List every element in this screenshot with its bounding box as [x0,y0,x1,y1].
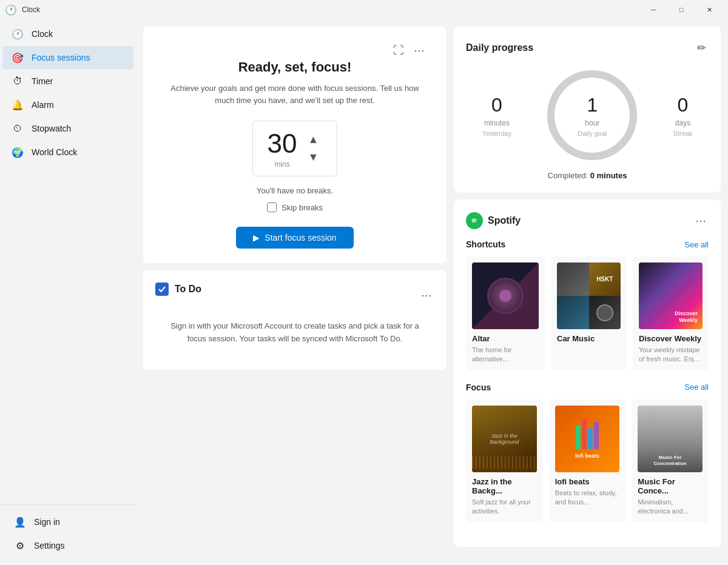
todo-checkmark-icon [158,285,166,293]
lofi-desc: Beats to relax, study, and focus... [555,489,620,507]
sidebar-item-timer[interactable]: ⏱ Timer [2,70,133,93]
focus-session-panel: ⛶ ⋯ Ready, set, focus! Achieve your goal… [143,27,447,263]
jazz-label: Jazz in theBackground [490,433,519,445]
focus-section-title: Focus [466,383,491,392]
streak-stat: 0 days Streak [673,94,693,137]
timer-controls: ▲ ▼ [305,132,323,165]
left-panels: ⛶ ⋯ Ready, set, focus! Achieve your goal… [143,27,447,558]
more-options-button[interactable]: ⋯ [411,41,427,59]
lofi-art: lofi beats [555,406,620,472]
progress-ring-container: 1 hour Daily goal [544,67,641,164]
app-icon: 🕐 [5,4,17,16]
discover-art: DiscoverWeekly [639,262,703,329]
shortcuts-grid: Altar The home for alternative... HSKT [466,256,709,370]
alarm-icon: 🔔 [12,99,23,110]
goal-unit: hour [578,119,607,127]
start-focus-label: Start focus session [265,233,336,242]
altar-card[interactable]: Altar The home for alternative... [466,256,545,370]
discover-label: DiscoverWeekly [675,310,698,324]
focus-see-all-button[interactable]: See all [684,383,709,392]
title-bar: 🕐 Clock ─ □ ✕ [0,0,728,19]
spotify-name: Spotify [488,215,521,226]
lofi-text: lofi beats [575,453,599,459]
skip-breaks-checkbox[interactable] [267,202,277,212]
todo-description: Sign in with your Microsoft Account to c… [167,320,422,346]
concentration-card[interactable]: Music ForConcentration Music For Conce..… [632,400,709,523]
sidebar-item-focus-sessions[interactable]: 🎯 Focus sessions [2,46,133,69]
focus-grid: Jazz in theBackground Jazz in the Backg.… [466,400,709,523]
streak-label: Streak [673,130,693,137]
play-icon: ▶ [253,233,260,242]
spotify-more-button[interactable]: ⋯ [693,212,709,230]
book2 [582,419,587,449]
skip-breaks-container: Skip breaks [163,202,427,212]
title-bar-left: 🕐 Clock [5,4,40,16]
altar-art-center [499,290,511,302]
spotify-svg [470,216,479,226]
focus-timer-area: 30 mins ▲ ▼ [163,121,427,176]
content-area: ⛶ ⋯ Ready, set, focus! Achieve your goal… [136,19,728,565]
shortcuts-section-header: Shortcuts See all [466,239,709,249]
start-focus-button[interactable]: ▶ Start focus session [236,227,353,249]
yesterday-label: Yesterday [482,130,512,137]
altar-art [472,262,539,329]
streak-unit: days [673,119,693,127]
expand-button[interactable]: ⛶ [391,41,406,59]
yesterday-unit: minutes [482,119,512,127]
sidebar-item-label-timer: Timer [32,76,53,86]
todo-icon [155,282,169,296]
timer-icon: ⏱ [12,76,23,87]
car-art-1 [557,262,589,296]
sidebar-item-label-clock: Clock [32,29,53,39]
world-clock-icon: 🌍 [12,147,23,158]
todo-title: To Do [175,284,201,295]
book1 [576,425,581,449]
sidebar-item-alarm[interactable]: 🔔 Alarm [2,93,133,116]
shortcuts-title: Shortcuts [466,239,505,249]
close-button[interactable]: ✕ [695,0,723,19]
timer-label: mins [274,160,289,169]
spotify-logo: Spotify [466,212,521,229]
jazz-card[interactable]: Jazz in theBackground Jazz in the Backg.… [466,400,543,523]
todo-content: Sign in with your Microsoft Account to c… [155,308,434,358]
todo-more-options-button[interactable]: ⋯ [419,286,434,304]
maximize-button[interactable]: □ [667,0,695,19]
sidebar-item-settings[interactable]: ⚙ Settings [5,534,131,557]
timer-decrement-button[interactable]: ▼ [305,150,323,165]
book4 [594,422,599,449]
skip-breaks-label: Skip breaks [281,203,323,212]
concentration-art: Music ForConcentration [638,406,703,472]
timer-number: 30 [268,129,297,159]
sidebar-item-stopwatch[interactable]: ⏲ Stopwatch [2,117,133,140]
sidebar-item-label-settings: Settings [34,541,65,550]
lofi-books-row [576,419,599,449]
concentration-label: Music ForConcentration [654,455,687,467]
focus-subtitle: Achieve your goals and get more done wit… [163,82,427,106]
sidebar-item-label-stopwatch: Stopwatch [32,124,71,133]
car-art-disc [596,304,613,321]
shortcuts-see-all-button[interactable]: See all [684,240,709,249]
lofi-card[interactable]: lofi beats lofi beats Beats to relax, st… [549,400,626,523]
timer-increment-button[interactable]: ▲ [305,132,323,147]
car-art-4 [589,296,621,329]
lofi-books: lofi beats [575,419,599,459]
ring-center: 1 hour Daily goal [578,94,607,137]
sidebar-item-clock[interactable]: 🕐 Clock [2,22,133,45]
minimize-button[interactable]: ─ [639,0,667,19]
goal-value: 1 [578,94,607,116]
completed-text: Completed: [548,171,588,180]
title-bar-controls: ─ □ ✕ [639,0,723,19]
car-music-art: HSKT [557,262,621,329]
car-music-card[interactable]: HSKT Car Music [551,256,627,370]
car-music-title: Car Music [557,334,621,343]
progress-edit-button[interactable]: ✏ [695,39,709,57]
discover-weekly-card[interactable]: DiscoverWeekly Discover Weekly Your week… [633,256,709,370]
streak-value: 0 [673,94,693,116]
title-bar-title: Clock [22,5,40,14]
sidebar-item-world-clock[interactable]: 🌍 World Clock [2,141,133,164]
timer-box: 30 mins ▲ ▼ [252,121,338,176]
sidebar-item-sign-in[interactable]: 👤 Sign in [5,510,131,533]
todo-panel: To Do ⋯ Sign in with your Microsoft Acco… [143,270,447,370]
clock-icon: 🕐 [12,28,23,39]
jazz-desc: Soft jazz for all your activities. [472,498,537,517]
